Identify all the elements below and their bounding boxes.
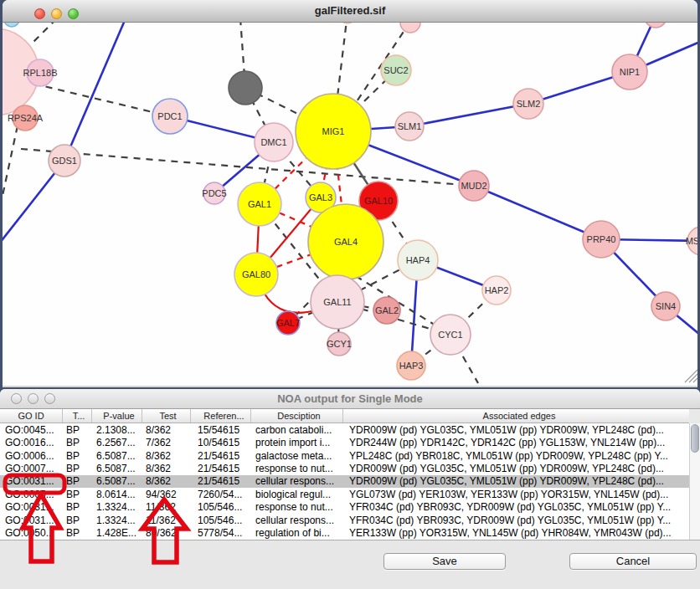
cell-description: biological regul... <box>251 489 343 500</box>
cell-type: BP <box>63 515 92 526</box>
footer-bar: Save Cancel <box>0 540 700 589</box>
node-label-SLM1: SLM1 <box>398 121 422 131</box>
node-label-SUC2: SUC2 <box>383 65 408 75</box>
cell-edges: YDR009W (pd) YGL035C, YML051W (pp) YDR00… <box>343 463 689 474</box>
table-row[interactable]: GO:0031...BP1.3324...11/362105/546...res… <box>0 501 689 514</box>
table-row[interactable]: GO:0016...BP6.2567...7/36210/54615protei… <box>0 436 689 448</box>
node-top-right-pink[interactable] <box>645 23 667 28</box>
node-label-NIP1: NIP1 <box>620 67 640 77</box>
node-label-GAL10: GAL10 <box>364 196 393 206</box>
cell-type: BP <box>63 437 92 448</box>
cell-reference: 7260/54... <box>191 489 251 500</box>
network-canvas[interactable]: RPL18BRPS24AGDS1PDC1SUC2NIP1SLM2SLM1DMC1… <box>3 23 697 384</box>
noa-window-titlebar[interactable]: NOA output for Single Mode <box>0 389 700 409</box>
cell-description: response to nut... <box>251 501 343 513</box>
column-header-4[interactable]: Referen... <box>191 409 251 423</box>
node-corner-cyan[interactable] <box>4 23 19 27</box>
cell-test: 80/362 <box>142 527 191 539</box>
cell-test: 11/362 <box>142 515 191 526</box>
cell-p_value: 6.5087... <box>92 475 142 487</box>
cell-edges: YPL248C (pd) YBR018C, YML051W (pp) YDR00… <box>343 450 689 462</box>
node-label-CYC1: CYC1 <box>438 330 462 340</box>
table-row[interactable]: GO:0031...BP1.3324...11/362105/546...cel… <box>0 514 689 526</box>
cell-edges: YDR244W (pp) YDR142C, YDR142C (pp) YGL15… <box>343 437 689 448</box>
column-header-0[interactable]: GO ID <box>0 409 63 423</box>
cell-p_value: 6.5087... <box>92 450 142 462</box>
cell-description: galactose meta... <box>251 450 343 462</box>
cell-type: BP <box>63 489 92 500</box>
edge-pp[interactable] <box>474 186 601 239</box>
vertical-scrollbar[interactable] <box>689 423 700 540</box>
results-table: GO:0045...BP2.1308...8/36215/54615carbon… <box>0 423 689 540</box>
cell-p_value: 6.2567... <box>92 437 142 448</box>
node-label-RPS24A: RPS24A <box>8 113 44 123</box>
column-header-6[interactable]: Associated edges <box>343 409 689 423</box>
cell-edges: YDR009W (pd) YGL035C, YML051W (pp) YDR00… <box>343 424 689 436</box>
cell-description: cellular respons... <box>251 515 343 526</box>
cell-edges: YFR034C (pd) YBR093C, YDR009W (pd) YGL03… <box>343 501 689 513</box>
column-header-2[interactable]: P-value <box>92 409 142 423</box>
cell-description: carbon cataboli... <box>251 424 343 436</box>
cell-test: 94/362 <box>142 489 191 500</box>
table-row[interactable]: GO:0031...BP6.5087...8/36221/54615cellul… <box>0 475 689 488</box>
node-label-GAL7: GAL7 <box>276 318 300 328</box>
cell-p_value: 6.5087... <box>92 463 142 474</box>
node-label-GAL3: GAL3 <box>309 192 332 202</box>
graph-window-titlebar[interactable]: galFiltered.sif <box>3 0 697 23</box>
cell-p_value: 8.0614... <box>92 489 142 500</box>
cell-reference: 105/546... <box>191 501 251 513</box>
table-row[interactable]: GO:0065...BP8.0614...94/3627260/54...bio… <box>0 488 689 500</box>
cell-description: cellular respons... <box>251 475 343 487</box>
node-label-GAL2: GAL2 <box>375 305 399 315</box>
cell-go_id: GO:0031... <box>0 501 63 513</box>
cell-go_id: GO:0031... <box>0 515 63 526</box>
cell-reference: 21/54615 <box>191 475 251 487</box>
column-header-3[interactable]: Test <box>142 409 191 423</box>
cell-type: BP <box>63 463 92 474</box>
table-row[interactable]: GO:0007...BP6.5087...8/36221/54615respon… <box>0 462 689 474</box>
cell-type: BP <box>63 450 92 462</box>
node-label-MIG1: MIG1 <box>322 126 345 136</box>
cell-test: 8/362 <box>142 475 191 487</box>
graph-window-title: galFiltered.sif <box>3 4 697 17</box>
node-top-green[interactable] <box>338 23 357 23</box>
cell-description: protein import i... <box>251 437 343 448</box>
column-header-5[interactable]: Desciption <box>251 409 343 423</box>
cell-test: 8/362 <box>142 450 191 462</box>
column-header-1[interactable]: T... <box>63 409 92 423</box>
edge-grip[interactable] <box>689 374 697 382</box>
node-label-RPL18B: RPL18B <box>23 68 58 78</box>
noa-output-window: NOA output for Single Mode GO IDT...P-va… <box>0 389 700 589</box>
node-gray-node[interactable] <box>229 71 262 105</box>
edge-pd[interactable] <box>21 149 474 186</box>
cell-go_id: GO:0006... <box>0 450 63 462</box>
cell-test: 11/362 <box>142 501 191 513</box>
save-button[interactable]: Save <box>383 553 506 570</box>
cell-description: regulation of bi... <box>251 527 343 539</box>
cell-edges: YER133W (pp) YOR315W, YNL145W (pd) YHR08… <box>343 527 689 539</box>
cell-p_value: 2.1308... <box>92 424 142 436</box>
table-row[interactable]: GO:0045...BP2.1308...8/36215/54615carbon… <box>0 423 689 436</box>
cancel-button[interactable]: Cancel <box>569 553 697 570</box>
cell-edges: YGL073W (pd) YER103W, YER133W (pp) YOR31… <box>343 489 689 500</box>
edge-pp[interactable] <box>64 23 126 161</box>
edge-pp[interactable] <box>409 104 528 126</box>
node-label-HAP3: HAP3 <box>399 361 424 371</box>
cell-p_value: 1.3324... <box>92 515 142 526</box>
cell-go_id: GO:0007... <box>0 463 63 474</box>
table-row[interactable]: GO:0050...BP1.428E...80/3625778/54...reg… <box>0 527 689 540</box>
node-label-GCY1: GCY1 <box>327 339 352 349</box>
table-row[interactable]: GO:0006...BP6.5087...8/36221/54615galact… <box>0 449 689 462</box>
node-top-pink[interactable] <box>400 23 420 33</box>
cell-reference: 21/54615 <box>191 463 251 474</box>
node-label-PRP40: PRP40 <box>587 234 616 244</box>
cell-reference: 5778/54... <box>191 527 251 539</box>
node-label-GDS1: GDS1 <box>52 156 77 166</box>
node-label-SIN4: SIN4 <box>656 301 676 311</box>
edge-pd[interactable] <box>33 84 170 116</box>
scrollbar-thumb[interactable] <box>691 424 699 453</box>
edge-grip[interactable] <box>693 378 697 382</box>
cell-test: 8/362 <box>142 463 191 474</box>
node-label-GAL1: GAL1 <box>248 199 271 209</box>
network-graph[interactable]: RPL18BRPS24AGDS1PDC1SUC2NIP1SLM2SLM1DMC1… <box>3 23 697 384</box>
